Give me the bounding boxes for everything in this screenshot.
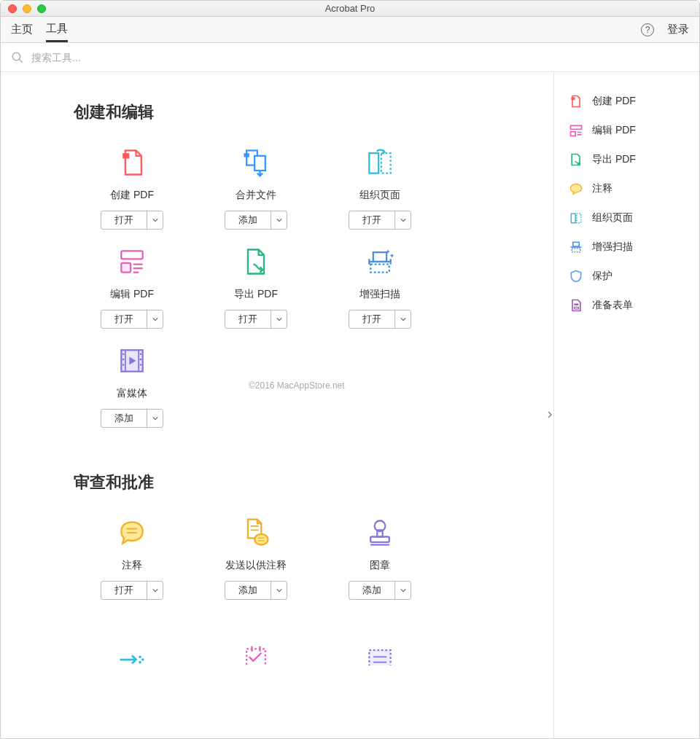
tool-action-button[interactable]: 打开 xyxy=(225,310,287,329)
svg-rect-49 xyxy=(573,242,579,246)
right-item-comment[interactable]: 注释 xyxy=(554,174,699,203)
tool-combine-files[interactable]: 合并文件 添加 xyxy=(198,145,314,230)
tool-label: 图章 xyxy=(370,559,390,572)
tool-send-for-comments[interactable]: 发送以供注释 添加 xyxy=(198,515,314,600)
tabs: 主页 工具 xyxy=(11,17,68,42)
search-icon xyxy=(11,51,24,64)
right-item-label: 准备表单 xyxy=(592,299,633,312)
partial-icon xyxy=(114,644,149,665)
protect-icon xyxy=(569,269,583,284)
tab-tools[interactable]: 工具 xyxy=(46,17,68,42)
tool-action-button[interactable]: 打开 xyxy=(101,211,163,230)
svg-point-28 xyxy=(254,534,268,545)
tool-label: 编辑 PDF xyxy=(110,288,154,301)
right-item-label: 创建 PDF xyxy=(592,95,636,108)
minimize-window-button[interactable] xyxy=(23,4,31,13)
right-item-enhance-scans[interactable]: 增强扫描 xyxy=(554,232,699,262)
combine-files-icon xyxy=(238,145,273,180)
tool-export-pdf[interactable]: 导出 PDF 打开 xyxy=(198,244,314,329)
close-window-button[interactable] xyxy=(8,4,17,13)
right-item-label: 注释 xyxy=(592,182,612,195)
window-title: Acrobat Pro xyxy=(1,3,699,14)
tool-action-button[interactable]: 打开 xyxy=(101,581,163,600)
tool-edit-pdf[interactable]: 编辑 PDF 打开 xyxy=(74,244,190,329)
right-item-protect[interactable]: 保护 xyxy=(554,262,699,291)
chevron-down-icon[interactable] xyxy=(147,310,163,328)
chevron-down-icon[interactable] xyxy=(271,211,287,229)
svg-rect-47 xyxy=(577,214,581,223)
svg-point-37 xyxy=(139,661,141,664)
tab-home[interactable]: 主页 xyxy=(11,17,33,42)
chevron-down-icon[interactable] xyxy=(147,582,163,599)
tool-label: 注释 xyxy=(122,559,142,572)
tool-action-button[interactable]: 添加 xyxy=(225,211,287,230)
svg-rect-2 xyxy=(122,153,129,158)
tool-organize-pages[interactable]: 组织页面 打开 xyxy=(322,145,438,230)
chevron-down-icon[interactable] xyxy=(394,211,411,229)
right-item-edit-pdf[interactable]: 编辑 PDF xyxy=(554,116,699,145)
zoom-window-button[interactable] xyxy=(37,4,46,13)
partial-icon xyxy=(238,644,273,665)
tool-action-button[interactable]: 添加 xyxy=(225,581,287,600)
edit-pdf-icon xyxy=(569,123,583,138)
tool-action-button[interactable]: 打开 xyxy=(349,310,411,329)
svg-point-23 xyxy=(140,364,142,366)
chevron-down-icon[interactable] xyxy=(147,211,163,229)
tool-stamp[interactable]: 图章 添加 xyxy=(322,515,438,600)
right-item-label: 组织页面 xyxy=(592,211,633,224)
organize-pages-icon xyxy=(362,145,397,180)
svg-rect-14 xyxy=(370,265,389,273)
send-for-comments-icon xyxy=(238,515,273,550)
right-item-prepare-form[interactable]: 准备表单 xyxy=(554,291,699,320)
chevron-down-icon[interactable] xyxy=(394,582,411,599)
tool-partial-1[interactable] xyxy=(74,644,190,665)
svg-rect-50 xyxy=(572,249,580,252)
titlebar: Acrobat Pro xyxy=(1,1,699,17)
search-input[interactable] xyxy=(31,52,689,63)
right-item-organize-pages[interactable]: 组织页面 xyxy=(554,203,699,232)
tool-action-button[interactable]: 打开 xyxy=(349,211,411,230)
svg-rect-33 xyxy=(370,537,389,542)
svg-point-20 xyxy=(122,364,125,366)
create-pdf-icon xyxy=(114,145,149,180)
tool-enhance-scans[interactable]: 增强扫描 打开 xyxy=(322,244,438,329)
svg-rect-52 xyxy=(575,304,579,306)
svg-point-18 xyxy=(122,353,125,355)
tool-label: 创建 PDF xyxy=(110,189,154,202)
comment-icon xyxy=(569,181,583,196)
tool-comment[interactable]: 注释 打开 xyxy=(74,515,190,600)
chevron-down-icon[interactable] xyxy=(271,582,287,599)
tool-action-button[interactable]: 添加 xyxy=(349,581,411,600)
tool-label: 合并文件 xyxy=(236,189,276,202)
tool-partial-2[interactable] xyxy=(198,644,314,665)
chevron-down-icon[interactable] xyxy=(147,410,163,427)
partial-icon xyxy=(362,644,397,665)
svg-rect-43 xyxy=(571,125,582,129)
prepare-form-icon xyxy=(569,298,583,313)
tool-create-pdf[interactable]: 创建 PDF 打开 xyxy=(74,145,190,230)
panel-toggle-icon[interactable] xyxy=(545,400,554,429)
tool-action-button[interactable]: 打开 xyxy=(101,310,163,329)
stamp-icon xyxy=(362,515,397,550)
tool-action-button[interactable]: 添加 xyxy=(101,409,163,428)
chevron-down-icon[interactable] xyxy=(394,310,411,328)
review-approve-grid: 注释 打开 发送以供注释 添加 xyxy=(74,515,524,600)
svg-line-1 xyxy=(19,59,23,63)
chevron-down-icon[interactable] xyxy=(271,310,287,328)
help-icon[interactable]: ? xyxy=(641,23,654,36)
login-button[interactable]: 登录 xyxy=(667,23,689,36)
section-title-review-approve: 审查和批准 xyxy=(74,472,524,493)
svg-rect-44 xyxy=(571,132,576,136)
tool-rich-media[interactable]: 富媒体 添加 xyxy=(74,343,190,428)
right-item-label: 保护 xyxy=(592,270,612,283)
svg-point-19 xyxy=(122,359,125,361)
right-item-create-pdf[interactable]: 创建 PDF xyxy=(554,87,699,116)
export-pdf-icon xyxy=(238,244,273,279)
svg-point-36 xyxy=(141,658,144,661)
content-area: 创建和编辑 创建 PDF 打开 合并文件 添加 xyxy=(1,72,699,738)
right-item-export-pdf[interactable]: 导出 PDF xyxy=(554,145,699,174)
svg-rect-5 xyxy=(244,153,249,157)
tool-partial-3[interactable] xyxy=(322,644,438,665)
main-panel: 创建和编辑 创建 PDF 打开 合并文件 添加 xyxy=(1,72,553,738)
tool-label: 富媒体 xyxy=(117,387,147,400)
